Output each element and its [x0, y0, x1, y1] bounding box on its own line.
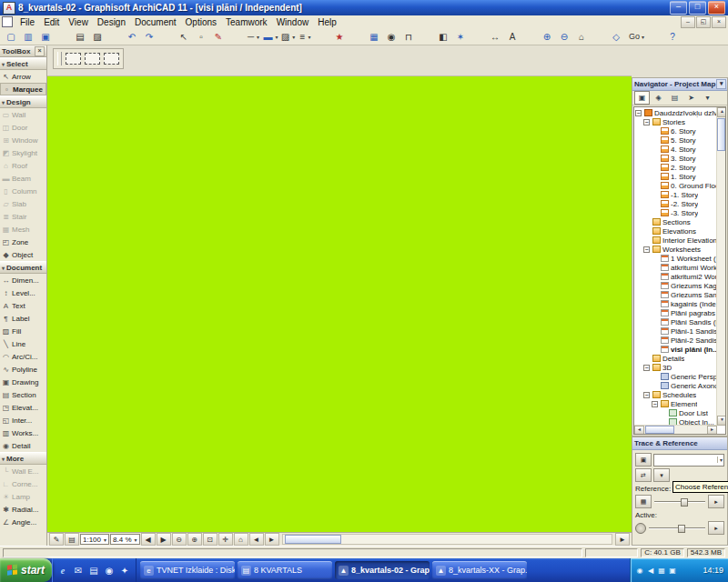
zoom-out-icon[interactable]: ⊖	[172, 533, 187, 546]
scroll-left-icon[interactable]: ◄	[634, 426, 644, 435]
toolbox-row[interactable]: ✱ Radial...	[0, 503, 46, 516]
fill-type-dropdown[interactable]: ▨	[279, 29, 297, 44]
tree-expander-icon[interactable]	[652, 300, 660, 308]
tree-item[interactable]: -3. Story	[634, 208, 717, 217]
menu-item[interactable]: Options	[181, 16, 221, 28]
hscroll-thumb[interactable]	[645, 426, 674, 434]
taskbar-task-button[interactable]: ▲ 8_kvartals-XX - Grap...	[432, 561, 527, 579]
vscroll-thumb[interactable]	[717, 118, 725, 151]
reference-color-icon[interactable]: ▦	[635, 495, 652, 508]
tree-item[interactable]: Plāni-1 Sandis...	[634, 326, 717, 336]
menu-item[interactable]: Design	[93, 16, 130, 28]
tree-expander-icon[interactable]	[643, 355, 652, 363]
tree-expander-icon[interactable]	[643, 365, 650, 371]
tree-item[interactable]: Daudzdzīvokļu dzīvojam...	[634, 108, 717, 117]
help-icon[interactable]: ?	[664, 29, 682, 44]
tree-expander-icon[interactable]	[652, 200, 660, 208]
toolbox-row[interactable]: ◉ Detail	[0, 439, 46, 452]
navigator-hscrollbar[interactable]: ◄ ►	[634, 425, 717, 434]
horizontal-scroll-thumb[interactable]	[285, 535, 341, 544]
zoom-in-icon[interactable]: ⊕	[539, 29, 556, 44]
next-view-icon[interactable]: ▶	[157, 533, 171, 546]
tree-item[interactable]: Stories	[634, 117, 717, 126]
mdi-close-button[interactable]: ×	[712, 16, 726, 28]
taskbar-task-button[interactable]: ▲ 8_kvartals-02 - Grap...	[335, 561, 430, 579]
toolbox-close-icon[interactable]: ×	[35, 46, 45, 56]
previous-view-icon[interactable]: ◀	[141, 533, 156, 546]
tree-item[interactable]: 1 Worksheet (1...	[634, 254, 717, 263]
scale-dropdown[interactable]: 1:100	[80, 534, 109, 545]
tree-expander-icon[interactable]	[652, 155, 660, 163]
toolbox-row[interactable]: ◰ Zone	[0, 236, 46, 248]
navigator-menu-icon[interactable]: ▾	[716, 79, 726, 89]
active-slider-knob[interactable]	[678, 525, 685, 533]
project-map-icon[interactable]: ▣	[634, 91, 650, 105]
switch-reference-icon[interactable]: ⇄	[635, 468, 652, 482]
minimize-button[interactable]: –	[670, 1, 687, 15]
toolbox-row[interactable]: ∠ Angle...	[0, 516, 46, 528]
toolbox-row[interactable]: ◠ Arc/Ci...	[0, 350, 46, 363]
reference-more-icon[interactable]: ▸	[708, 495, 724, 508]
go-button[interactable]: Go	[625, 29, 647, 44]
pen-icon[interactable]: ✎	[210, 29, 228, 44]
quick-layers-icon[interactable]: ▤	[65, 533, 79, 546]
tree-item[interactable]: visi plāni (In...	[634, 345, 717, 354]
tree-item[interactable]: atkritumi2 Wor...	[634, 272, 717, 281]
forward-icon[interactable]: ►	[265, 533, 279, 546]
toolbox-row[interactable]: ⊞ Window	[0, 134, 46, 146]
tree-expander-icon[interactable]	[652, 264, 660, 272]
reference-dropdown[interactable]	[653, 454, 724, 467]
grid-snap-icon[interactable]: ▦	[366, 29, 383, 44]
tree-item[interactable]: Sections	[634, 217, 717, 226]
print-icon[interactable]: ▨	[89, 29, 106, 44]
tree-expander-icon[interactable]	[643, 119, 650, 125]
toolbar-separator[interactable]	[228, 29, 245, 44]
toolbox-row[interactable]: ▤ Section	[0, 388, 46, 401]
tree-expander-icon[interactable]	[643, 227, 652, 236]
tree-item[interactable]: Element	[634, 399, 717, 408]
dimension-icon[interactable]: ↔	[487, 29, 504, 44]
toolbox-row[interactable]: ▫ Marquee	[0, 83, 46, 95]
drawing-canvas[interactable]	[47, 76, 632, 532]
toolbar-separator[interactable]	[106, 29, 124, 44]
tree-item[interactable]: Plāni pagrabs (...	[634, 308, 717, 317]
toolbox-row[interactable]: ◱ Inter...	[0, 414, 46, 426]
active-more-icon[interactable]: ▸	[708, 521, 724, 535]
toolbar-separator[interactable]	[158, 29, 176, 44]
scroll-right-icon[interactable]: ►	[707, 426, 717, 435]
pan-icon[interactable]: ✛	[218, 533, 233, 546]
menu-item[interactable]: View	[64, 16, 93, 28]
toolbox-row[interactable]: ☀ Lamp	[0, 490, 46, 503]
tree-expander-icon[interactable]	[652, 309, 660, 317]
zoom-in-icon[interactable]: ⊕	[187, 533, 202, 546]
toolbar-separator[interactable]	[521, 29, 539, 44]
scroll-down-icon[interactable]: ▼	[717, 416, 726, 426]
line-type-dropdown[interactable]: ─	[245, 29, 262, 44]
toolbox-row[interactable]: Select	[0, 57, 46, 70]
marquee-single-icon[interactable]	[66, 53, 81, 65]
tree-expander-icon[interactable]	[643, 246, 650, 253]
redo-icon[interactable]: ↷	[141, 29, 158, 44]
tree-expander-icon[interactable]	[643, 236, 652, 245]
tree-expander-icon[interactable]	[652, 255, 660, 263]
tree-item[interactable]: atkritumi Work...	[634, 263, 717, 272]
toolbar-separator[interactable]	[418, 29, 435, 44]
show-desktop-icon[interactable]: ▤	[87, 564, 100, 577]
tree-item[interactable]: Plāni-2 Sandis...	[634, 336, 717, 345]
menu-item[interactable]: Window	[272, 16, 314, 28]
layer-dropdown[interactable]: ≡	[297, 29, 314, 44]
tree-item[interactable]: Generic Persp...	[634, 372, 717, 381]
messenger-icon[interactable]: ✦	[118, 564, 131, 577]
new-icon[interactable]: ▢	[3, 29, 20, 44]
toolbox-row[interactable]: ∿ Polyline	[0, 363, 46, 376]
tree-expander-icon[interactable]	[635, 110, 642, 116]
tree-expander-icon[interactable]	[652, 273, 660, 281]
toolbox-row[interactable]: ⌂ Roof	[0, 159, 46, 172]
open-icon[interactable]: ▥	[20, 29, 37, 44]
navigator-vscrollbar[interactable]: ▲ ▼	[716, 107, 725, 426]
navigator-properties-icon[interactable]: ▾	[700, 91, 715, 105]
marquee-multi-icon[interactable]	[85, 53, 100, 65]
toolbox-row[interactable]: ¶ Label	[0, 312, 46, 325]
tray-update-icon[interactable]: ◉	[635, 566, 644, 575]
toolbar-separator[interactable]	[314, 29, 331, 44]
